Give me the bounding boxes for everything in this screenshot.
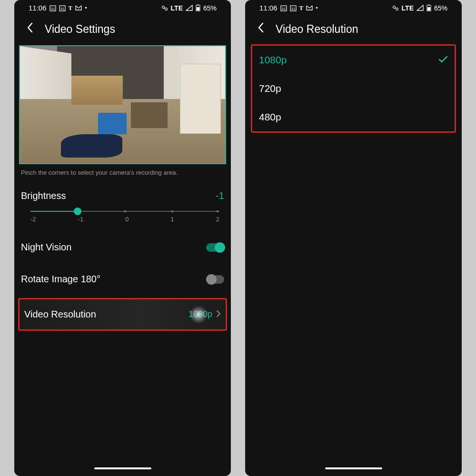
svg-text:31: 31 xyxy=(291,7,295,11)
check-icon xyxy=(438,55,448,66)
svg-rect-8 xyxy=(197,5,198,6)
slider-thumb[interactable] xyxy=(74,208,81,215)
preview-hint: Pinch the corners to select your camera'… xyxy=(18,166,227,184)
resolution-options-list: 1080p 720p 480p xyxy=(251,44,456,133)
navigation-bar xyxy=(14,463,231,476)
slider-tick-label: -2 xyxy=(30,216,36,223)
battery-percent: 65% xyxy=(203,4,217,12)
brightness-value: -1 xyxy=(216,190,224,201)
brightness-row: Brightness -1 xyxy=(18,184,227,208)
navigation-bar xyxy=(245,463,462,476)
brightness-slider[interactable]: -2 -1 0 1 2 xyxy=(18,208,227,226)
slider-tick-label: 0 xyxy=(125,216,129,223)
more-notifications-icon: • xyxy=(316,5,318,11)
svg-text:31: 31 xyxy=(281,7,286,11)
resolution-option-720p[interactable]: 720p xyxy=(252,74,455,103)
slider-tick-label: 1 xyxy=(170,216,174,223)
video-resolution-value: 1080p xyxy=(188,309,212,319)
header: Video Settings xyxy=(14,14,231,44)
svg-point-5 xyxy=(165,8,167,10)
rotate-row: Rotate Image 180° xyxy=(18,267,227,291)
resolution-option-480p[interactable]: 480p xyxy=(252,103,455,131)
signal-icon xyxy=(416,5,424,11)
rotate-toggle[interactable] xyxy=(206,275,224,284)
header: Video Resolution xyxy=(245,14,462,44)
settings-content: Pinch the corners to select your camera'… xyxy=(14,44,231,463)
calendar-icon-2: 31 xyxy=(290,5,297,11)
resolution-option-label: 1080p xyxy=(259,54,287,66)
calendar-icon-2: 31 xyxy=(59,5,66,11)
resolution-option-1080p[interactable]: 1080p xyxy=(252,46,455,74)
status-time: 11:06 xyxy=(259,4,278,12)
video-resolution-row[interactable]: Video Resolution 1080p xyxy=(18,298,227,331)
svg-text:31: 31 xyxy=(60,7,64,11)
chevron-right-icon xyxy=(216,309,221,320)
back-button[interactable] xyxy=(27,22,33,36)
night-vision-toggle[interactable] xyxy=(206,243,224,252)
status-time: 11:06 xyxy=(29,4,47,12)
status-bar: 11:06 31 31 T • LTE 65% xyxy=(245,0,462,14)
home-gesture-bar[interactable] xyxy=(94,467,151,469)
rotate-label: Rotate Image 180° xyxy=(21,274,100,285)
resolution-option-label: 480p xyxy=(259,111,281,123)
nyt-icon: T xyxy=(299,5,304,11)
calendar-icon-1: 31 xyxy=(50,5,56,11)
network-label: LTE xyxy=(171,4,183,12)
svg-point-4 xyxy=(162,6,164,8)
video-resolution-label: Video Resolution xyxy=(24,309,96,320)
svg-rect-19 xyxy=(427,7,430,10)
brightness-label: Brightness xyxy=(21,190,66,201)
signal-icon xyxy=(186,5,193,11)
page-title: Video Resolution xyxy=(276,23,358,36)
network-5g-icon xyxy=(392,5,399,11)
calendar-icon-1: 31 xyxy=(280,5,287,11)
slider-tick-label: 2 xyxy=(216,216,219,223)
page-title: Video Settings xyxy=(45,23,115,36)
battery-icon xyxy=(426,4,431,11)
slider-tick-label: -1 xyxy=(78,216,84,223)
svg-point-15 xyxy=(396,8,398,10)
more-notifications-icon: • xyxy=(85,5,87,11)
resolution-content: 1080p 720p 480p xyxy=(245,44,462,463)
svg-rect-18 xyxy=(428,5,429,6)
svg-point-14 xyxy=(393,6,395,8)
svg-rect-9 xyxy=(197,7,199,10)
network-5g-icon xyxy=(161,5,168,11)
night-vision-label: Night Vision xyxy=(21,242,71,253)
resolution-option-label: 720p xyxy=(259,83,281,94)
battery-icon xyxy=(196,4,200,11)
gmail-icon xyxy=(306,5,313,10)
nyt-icon: T xyxy=(69,5,73,11)
phone-video-settings: 11:06 31 31 T • LTE 65% xyxy=(14,0,231,476)
camera-preview[interactable] xyxy=(19,45,226,164)
status-bar: 11:06 31 31 T • LTE 65% xyxy=(14,0,231,14)
night-vision-row: Night Vision xyxy=(18,235,227,259)
battery-percent: 65% xyxy=(434,4,447,12)
gmail-icon xyxy=(75,5,82,10)
network-label: LTE xyxy=(402,4,414,12)
back-button[interactable] xyxy=(258,22,264,36)
phone-video-resolution: 11:06 31 31 T • LTE 65% xyxy=(245,0,462,476)
home-gesture-bar[interactable] xyxy=(325,467,382,469)
svg-text:31: 31 xyxy=(50,7,55,11)
